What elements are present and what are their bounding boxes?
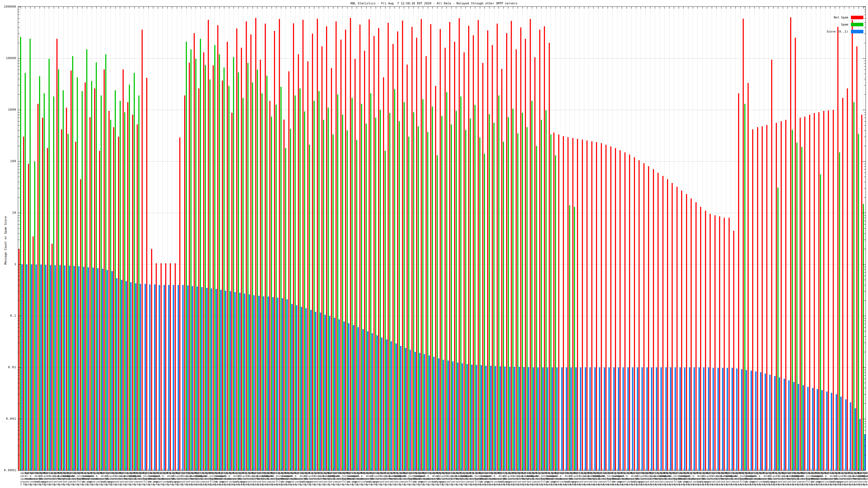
x-tick-bottom: [134, 468, 134, 470]
bar-not-spam: [360, 25, 361, 470]
x-tick-top: [527, 7, 527, 9]
y-minor-tick: [864, 336, 866, 337]
x-tick-top: [172, 7, 172, 9]
y-minor-tick: [864, 112, 866, 112]
y-minor-tick: [864, 27, 866, 28]
x-tick-bottom: [409, 468, 409, 470]
bar-not-spam: [28, 164, 29, 470]
x-tick-bottom: [716, 468, 717, 470]
x-tick-bottom: [603, 468, 603, 470]
bar-score: [40, 265, 42, 470]
x-gridline: [721, 7, 721, 470]
bar-not-spam: [572, 138, 574, 470]
bar-spam: [465, 130, 466, 470]
bar-score: [324, 315, 326, 470]
x-tick-bottom: [153, 468, 153, 470]
bar-not-spam: [80, 179, 81, 470]
y-minor-tick: [18, 70, 20, 70]
bar-not-spam: [203, 52, 204, 470]
bar-spam: [39, 76, 40, 470]
bar-score: [116, 278, 118, 470]
bar-score: [339, 319, 340, 470]
bar-spam: [347, 130, 348, 470]
bar-spam: [508, 117, 509, 470]
x-tick-bottom: [120, 468, 120, 470]
x-tick-top: [347, 7, 347, 9]
bar-score: [609, 367, 610, 470]
bar-not-spam: [222, 80, 223, 470]
bar-score: [864, 434, 866, 470]
x-tick-bottom: [721, 468, 721, 470]
y-minor-tick: [18, 43, 20, 43]
x-tick-bottom: [859, 468, 859, 470]
bar-spam: [337, 94, 338, 470]
bar-not-spam: [435, 86, 436, 470]
x-gridline: [679, 7, 679, 470]
bar-spam: [190, 50, 191, 470]
y-minor-tick: [18, 267, 20, 267]
y-minor-tick: [864, 66, 866, 66]
bar-not-spam: [269, 101, 271, 470]
x-gridline: [631, 7, 631, 470]
x-tick-top: [243, 7, 243, 9]
bar-score: [798, 384, 799, 470]
x-tick-top: [305, 7, 305, 9]
bar-not-spam: [75, 142, 76, 470]
x-tick-bottom: [305, 468, 305, 470]
x-tick-top: [323, 7, 324, 9]
bar-not-spam: [795, 38, 796, 470]
bar-not-spam: [397, 31, 398, 470]
bar-not-spam: [411, 27, 412, 470]
x-tick-top: [636, 7, 637, 9]
x-tick-top: [485, 7, 485, 9]
bar-not-spam: [132, 115, 133, 470]
bar-score: [566, 367, 567, 470]
x-tick-top: [219, 7, 220, 9]
x-tick-bottom: [352, 468, 352, 470]
bar-score: [112, 271, 113, 470]
bar-score: [78, 266, 80, 470]
bar-score: [296, 305, 297, 470]
x-tick-bottom: [575, 468, 575, 470]
y-minor-tick: [864, 372, 866, 372]
x-tick-top: [806, 7, 807, 9]
bar-not-spam: [648, 166, 649, 470]
bar-score: [656, 367, 657, 470]
y-minor-tick: [18, 370, 20, 370]
x-tick-bottom: [394, 468, 395, 470]
bar-score: [542, 367, 544, 470]
bar-score: [500, 366, 501, 470]
bar-not-spam: [818, 112, 819, 470]
y-minor-tick: [18, 79, 20, 79]
x-tick-bottom: [177, 468, 177, 470]
bar-spam: [460, 97, 461, 470]
x-tick-bottom: [243, 468, 243, 470]
bar-score: [419, 353, 421, 470]
bar-score: [159, 285, 160, 470]
bar-not-spam: [265, 24, 266, 470]
x-tick-bottom: [702, 468, 703, 470]
bar-score: [225, 291, 226, 470]
x-tick-bottom: [783, 468, 783, 470]
x-tick-top: [688, 7, 688, 9]
bar-not-spam: [179, 137, 180, 470]
x-gridline: [664, 7, 664, 470]
bar-spam: [77, 77, 78, 470]
x-tick-bottom: [44, 468, 44, 470]
bar-not-spam: [591, 141, 592, 470]
bar-spam: [422, 99, 424, 470]
bar-not-spam: [303, 20, 304, 470]
bar-spam: [323, 120, 324, 470]
bar-score: [187, 286, 188, 470]
y-minor-tick: [18, 164, 20, 164]
y-tick-label: 1000: [0, 108, 16, 111]
x-tick-top: [54, 7, 54, 9]
y-minor-tick: [18, 321, 20, 321]
x-tick-bottom: [234, 468, 234, 470]
bar-score: [855, 408, 856, 470]
bar-not-spam: [350, 18, 351, 470]
y-minor-tick: [864, 388, 866, 388]
y-minor-tick: [18, 27, 20, 28]
x-tick-bottom: [749, 468, 750, 470]
bar-not-spam: [33, 236, 34, 470]
